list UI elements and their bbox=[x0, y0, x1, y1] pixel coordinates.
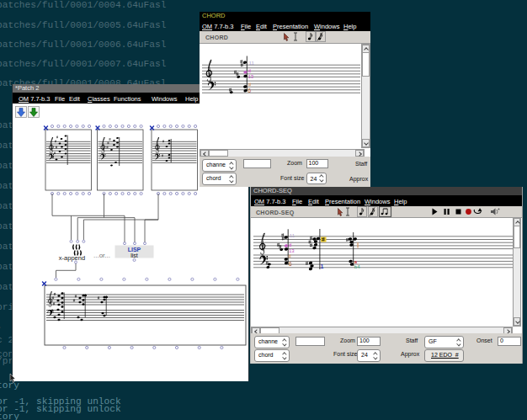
svg-text:13: 13 bbox=[248, 74, 254, 79]
svg-text:11: 11 bbox=[290, 233, 295, 238]
svg-text:x-append: x-append bbox=[59, 254, 85, 262]
svg-text:11: 11 bbox=[249, 61, 255, 66]
svg-text:LISP: LISP bbox=[128, 247, 141, 253]
svg-text:list: list bbox=[130, 253, 138, 258]
svg-text:1: 1 bbox=[321, 263, 324, 269]
svg-text:6: 6 bbox=[289, 261, 292, 267]
svg-text:6: 6 bbox=[248, 88, 252, 93]
svg-text:13: 13 bbox=[289, 248, 295, 253]
svg-text:b4: b4 bbox=[354, 264, 360, 269]
svg-text:...or...: ...or... bbox=[93, 252, 110, 259]
